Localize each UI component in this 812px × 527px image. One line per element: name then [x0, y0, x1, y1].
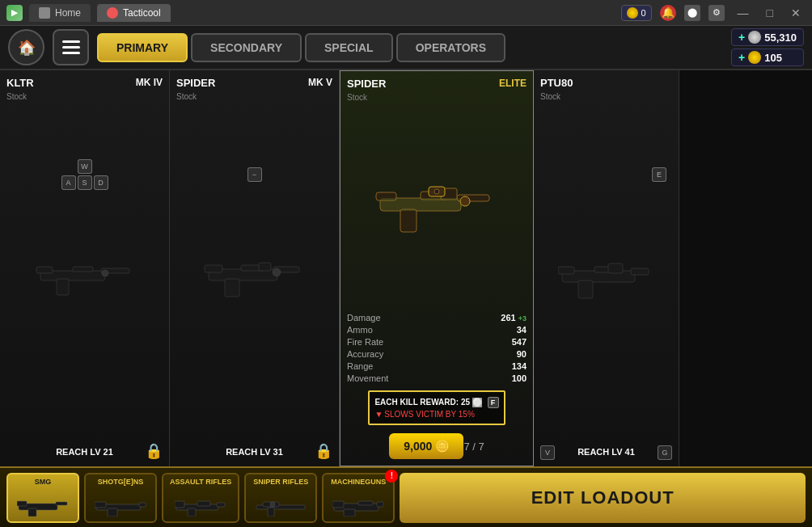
perk-coin-icon: ⚪	[472, 398, 482, 407]
tab-primary[interactable]: PRIMARY	[97, 33, 188, 62]
stat-fire-rate: Fire Rate 547	[347, 337, 527, 347]
stat-accuracy: Accuracy 90	[347, 349, 527, 359]
svg-rect-50	[358, 501, 373, 505]
shotguns-weapon-icon	[92, 495, 149, 518]
title-bar-right: 0 🔔 ⬤ ⚙ — □ ✕	[621, 5, 806, 21]
weapon-name-ptu80: PTU80	[540, 77, 573, 89]
buy-button[interactable]: 9,000 🪙	[389, 433, 463, 459]
machineguns-weapon-icon	[330, 495, 387, 518]
sniper-rifles-label: SNIPER RIFLES	[253, 478, 308, 486]
settings-icon[interactable]: ⚙	[708, 5, 725, 21]
silver-plus-button[interactable]: +	[738, 31, 745, 44]
kltr-weapon-svg	[32, 251, 137, 303]
svg-rect-28	[608, 264, 623, 273]
silver-coin-icon	[748, 31, 761, 44]
weapon-tier-spider-mkv: MK V	[308, 77, 332, 88]
svg-rect-40	[175, 501, 184, 508]
p-coin-icon	[627, 7, 638, 19]
weapon-image-kltr	[6, 106, 163, 447]
gold-coin-icon	[748, 51, 761, 64]
s-key[interactable]: S	[78, 175, 92, 190]
nav-tabs: PRIMARY SECONDARY SPECIAL OPERATORS	[97, 33, 723, 62]
menu-button[interactable]	[53, 29, 89, 65]
svg-rect-24	[631, 268, 649, 275]
svg-rect-32	[17, 501, 27, 506]
reach-spider-mkv: REACH LV 31	[226, 447, 283, 457]
menu-line-1	[62, 40, 80, 43]
weapon-card-spider-elite[interactable]: SPIDER ELITE Stock	[340, 70, 534, 466]
weapon-image-spider-mkv	[176, 106, 332, 447]
a-key[interactable]: A	[61, 175, 76, 190]
weapon-subtitle-kltr: Stock	[6, 92, 163, 101]
weapon-tier-spider-elite: ELITE	[499, 78, 527, 89]
minus-key[interactable]: −	[247, 167, 262, 182]
currency-area: + 55,310 + 105	[731, 28, 804, 66]
notification-bell-icon[interactable]: 🔔	[660, 5, 676, 21]
home-button[interactable]: 🏠	[8, 29, 44, 65]
svg-point-19	[460, 196, 470, 206]
minimize-button[interactable]: —	[733, 5, 754, 21]
silver-currency-row: + 55,310	[731, 28, 804, 46]
v-key-label[interactable]: V	[540, 445, 555, 460]
title-bar: ▶ Home Tacticool 0 🔔 ⬤ ⚙ — □ ✕	[0, 0, 812, 26]
gold-plus-button[interactable]: +	[738, 51, 745, 64]
svg-rect-41	[197, 501, 210, 506]
game-area: 🏠 PRIMARY SECONDARY SPECIAL OPERATORS +	[0, 26, 812, 527]
stat-range: Range 134	[347, 361, 527, 371]
title-bar-left: ▶ Home Tacticool	[6, 4, 171, 22]
machineguns-label: MACHINEGUNS	[331, 478, 386, 486]
svg-point-45	[270, 502, 275, 507]
weapon-header-kltr: KLTR MK IV	[6, 77, 163, 89]
record-icon[interactable]: ⬤	[684, 5, 700, 21]
category-shotguns[interactable]: SHOTG[E]NS	[84, 473, 157, 523]
bluestacks-logo: ▶	[6, 5, 23, 21]
stat-ammo: Ammo 34	[347, 325, 527, 335]
spider-elite-weapon-svg	[372, 172, 501, 245]
weapon-subtitle-spider-mkv: Stock	[176, 92, 332, 101]
tab-operators[interactable]: OPERATORS	[396, 33, 505, 62]
category-assault-rifles[interactable]: ASSAULT RIFLES	[162, 473, 239, 523]
assault-rifles-label: ASSAULT RIFLES	[170, 478, 231, 486]
svg-rect-4	[73, 267, 93, 272]
category-machineguns[interactable]: MACHINEGUNS !	[322, 473, 395, 523]
gold-currency-row: + 105	[731, 48, 804, 66]
lock-icon-kltr: 🔒	[145, 442, 163, 460]
svg-rect-2	[57, 279, 69, 295]
top-bar: 🏠 PRIMARY SECONDARY SPECIAL OPERATORS +	[0, 26, 812, 70]
tacticool-tab-icon	[107, 7, 118, 19]
tab-home[interactable]: Home	[29, 4, 91, 22]
g-key-label[interactable]: G	[658, 445, 672, 460]
e-key[interactable]: E	[652, 167, 666, 182]
svg-point-21	[434, 189, 439, 194]
f-key[interactable]: F	[488, 397, 499, 408]
tacticool-tab-label: Tacticool	[123, 7, 161, 19]
home-tab-icon	[39, 7, 50, 19]
weapon-header-spider-mkv: SPIDER MK V	[176, 77, 332, 89]
category-smg[interactable]: SMG	[6, 473, 79, 523]
svg-rect-22	[380, 198, 461, 211]
edit-loadout-button[interactable]: EDIT LOADOUT	[400, 473, 806, 523]
svg-rect-9	[205, 265, 222, 272]
svg-point-5	[102, 270, 108, 276]
weapon-card-ptu80[interactable]: PTU80 Stock	[534, 70, 679, 466]
svg-rect-25	[578, 280, 593, 298]
maximize-button[interactable]: □	[762, 5, 778, 21]
tab-tacticool[interactable]: Tacticool	[97, 4, 171, 22]
w-key[interactable]: W	[78, 159, 92, 174]
svg-rect-30	[56, 502, 67, 505]
main-content: KLTR MK IV Stock	[0, 70, 812, 466]
tab-special[interactable]: SPECIAL	[305, 33, 393, 62]
category-sniper-rifles[interactable]: SNIPER RIFLES	[244, 473, 317, 523]
close-button[interactable]: ✕	[786, 5, 806, 21]
weapon-subtitle-ptu80: Stock	[540, 92, 672, 101]
weapon-card-spider-mkv[interactable]: SPIDER MK V Stock	[170, 70, 340, 466]
weapon-name-kltr: KLTR	[6, 77, 34, 89]
tab-secondary[interactable]: SECONDARY	[191, 33, 302, 62]
svg-rect-34	[139, 503, 146, 507]
gold-amount: 105	[764, 52, 782, 64]
weapon-card-kltr[interactable]: KLTR MK IV Stock	[0, 70, 170, 466]
d-key[interactable]: D	[94, 175, 108, 190]
spider-mkv-weapon-svg	[202, 251, 307, 303]
menu-line-3	[62, 52, 80, 54]
buy-row: 9,000 🪙 7 / 7	[389, 433, 484, 459]
